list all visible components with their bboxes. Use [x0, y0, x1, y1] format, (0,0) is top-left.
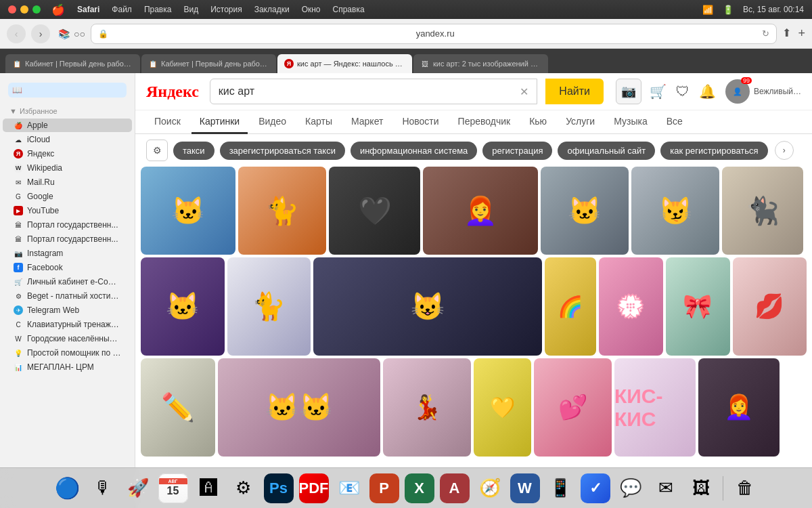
image-item-15[interactable]: ✏️ — [141, 358, 215, 457]
sidebar-item-facebook[interactable]: f Facebook — [3, 261, 132, 274]
image-item-5[interactable]: 🐱 — [541, 167, 629, 255]
tab-4[interactable]: 🖼 кис арт: 2 тыс изображений найдено в Я… — [413, 54, 548, 73]
filter-chip-register-taxi[interactable]: зарегистрироваться такси — [220, 142, 345, 160]
sidebar-item-instagram[interactable]: 📷 Instagram — [3, 247, 132, 260]
filter-settings-button[interactable]: ⚙ — [146, 140, 168, 161]
image-item-18[interactable]: 💛 — [474, 358, 531, 457]
dock-safari[interactable]: 🧭 — [475, 473, 505, 503]
filter-chip-registration[interactable]: регистрация — [482, 142, 552, 160]
shield-icon[interactable]: 🛡 — [676, 84, 690, 100]
filter-chip-official-site[interactable]: официальный сайт — [558, 142, 655, 160]
sidebar-item-telegram[interactable]: ✈ Telegram Web — [3, 303, 132, 317]
reading-list-btn[interactable]: 📖 — [8, 83, 127, 98]
image-item-17[interactable]: 💃 — [383, 358, 471, 457]
nav-tab-music[interactable]: Музыка — [606, 110, 656, 134]
sidebar-item-klaviatura[interactable]: C Клавиатурный тренажёр... — [3, 318, 132, 331]
bookmarks-menu[interactable]: Закладки — [254, 5, 290, 14]
dock-launchpad[interactable]: 🚀 — [123, 473, 153, 503]
image-item-21[interactable]: 👩‍🦰 — [698, 358, 780, 457]
dock-whatsapp[interactable]: 💬 — [616, 473, 646, 503]
image-item-3[interactable]: 🖤 — [329, 167, 420, 255]
sidebar-item-youtube[interactable]: ▶ YouTube — [3, 204, 132, 217]
image-item-9[interactable]: 🐈 — [227, 257, 311, 356]
dock-powerpoint[interactable]: P — [369, 473, 399, 503]
forward-button[interactable]: › — [31, 24, 50, 43]
dock-word[interactable]: W — [510, 473, 540, 503]
dock-settings[interactable]: ⚙ — [229, 473, 258, 503]
sidebar-item-helper[interactable]: 💡 Простой помощник по и... — [3, 346, 132, 360]
image-item-6[interactable]: 😼 — [631, 167, 719, 255]
image-item-2[interactable]: 🐈 — [238, 167, 326, 255]
filter-chip-taxi[interactable]: такси — [173, 142, 215, 160]
image-item-8[interactable]: 🐱 — [141, 257, 225, 356]
new-tab-icon[interactable]: + — [798, 26, 805, 41]
minimize-button[interactable] — [20, 5, 28, 14]
help-menu[interactable]: Справка — [333, 5, 365, 14]
sidebar-item-apple[interactable]: 🍎 Apple — [3, 119, 132, 132]
camera-search-button[interactable]: 📷 — [616, 79, 641, 104]
edit-menu[interactable]: Правка — [144, 5, 172, 14]
sidebar-item-megaplan[interactable]: 📊 МЕГАПЛАН- ЦРМ — [3, 360, 132, 374]
dock-skype[interactable]: 📱 — [545, 473, 575, 503]
share-icon[interactable]: ⬆ — [782, 26, 791, 41]
view-menu[interactable]: Вид — [183, 5, 198, 14]
dock-finder[interactable]: 🔵 — [53, 473, 83, 503]
dock-access[interactable]: A — [440, 473, 470, 503]
dock-photoshop[interactable]: Ps — [264, 473, 294, 503]
file-menu[interactable]: Файл — [112, 5, 132, 14]
address-bar[interactable]: 🔒 yandex.ru ↻ — [91, 24, 777, 44]
nav-tab-video[interactable]: Видео — [250, 110, 294, 134]
filter-chip-info-system[interactable]: информационная система — [351, 142, 477, 160]
sidebar-item-gosuslugi2[interactable]: 🏛 Портал государственн... — [3, 232, 132, 246]
sidebar-item-wikipedia[interactable]: W Wikipedia — [3, 161, 132, 175]
nav-tab-all[interactable]: Все — [658, 110, 691, 134]
nav-tab-translate[interactable]: Переводчик — [450, 110, 519, 134]
image-item-1[interactable]: 🐱 — [141, 167, 235, 255]
dock-trash[interactable]: 🗑 — [730, 473, 760, 503]
back-button[interactable]: ‹ — [7, 24, 26, 43]
dock-acrobat[interactable]: PDF — [299, 473, 329, 503]
image-item-10[interactable]: 😺 — [313, 257, 541, 356]
reload-icon[interactable]: ↻ — [762, 28, 769, 39]
image-item-12[interactable]: 💮 — [599, 257, 663, 356]
nav-tab-services[interactable]: Услуги — [558, 110, 603, 134]
sidebar-item-goroda[interactable]: W Городские населённые п... — [3, 332, 132, 345]
image-item-16[interactable]: 🐱🐱 — [218, 358, 380, 457]
image-item-4[interactable]: 👩‍🦰 — [423, 167, 538, 255]
safari-menu[interactable]: Safari — [77, 5, 99, 14]
search-bar[interactable]: кис арт ✕ — [210, 79, 538, 104]
history-menu[interactable]: История — [210, 5, 242, 14]
dock-appstore[interactable]: 🅰 — [194, 473, 223, 503]
sidebar-item-ecom[interactable]: 🛒 Личный кабинет e-Com... — [3, 275, 132, 289]
dock-excel[interactable]: X — [405, 473, 434, 503]
nav-tab-news[interactable]: Новости — [394, 110, 447, 134]
dock-calendar[interactable]: АВГ 15 — [158, 473, 188, 503]
image-item-19[interactable]: 💕 — [534, 358, 612, 457]
dock-outlook[interactable]: 📧 — [334, 473, 364, 503]
nav-tab-images[interactable]: Картинки — [191, 110, 248, 134]
sidebar-item-icloud[interactable]: ☁ iCloud — [3, 133, 132, 146]
tab-3[interactable]: Я кис арт — Яндекс: нашлось 14 млн резул… — [277, 54, 412, 73]
search-button[interactable]: Найти — [545, 79, 604, 104]
dock-siri[interactable]: 🎙 — [88, 473, 118, 503]
sidebar-item-yandex[interactable]: Я Яндекс — [3, 147, 132, 161]
close-button[interactable] — [8, 5, 16, 14]
image-item-14[interactable]: 💋 — [733, 257, 807, 356]
tab-2[interactable]: 📋 Кабинет | Первый день работы "КИС АРТ"… — [141, 54, 276, 73]
search-clear-button[interactable]: ✕ — [520, 85, 528, 98]
apple-menu[interactable]: 🍎 — [51, 3, 65, 16]
sidebar-item-gosuslugi1[interactable]: 🏛 Портал государственн... — [3, 218, 132, 232]
user-avatar[interactable]: 👤 99 — [725, 79, 750, 104]
sidebar-item-beget[interactable]: ⚙ Beget - платный хостинг... — [3, 289, 132, 303]
nav-tab-kyu[interactable]: Кью — [521, 110, 555, 134]
reading-list-button[interactable]: ○○ — [74, 28, 85, 39]
dock-mail[interactable]: ✉ — [651, 473, 681, 503]
filter-more-button[interactable]: › — [775, 141, 794, 160]
image-item-11[interactable]: 🌈 — [545, 257, 596, 356]
sidebar-item-google[interactable]: G Google — [3, 190, 132, 203]
window-menu[interactable]: Окно — [302, 5, 321, 14]
nav-tab-market[interactable]: Маркет — [343, 110, 391, 134]
bell-icon[interactable]: 🔔 — [699, 83, 716, 100]
sidebar-toggle-button[interactable]: 📚 — [58, 28, 70, 39]
dock-preview[interactable]: 🖼 — [686, 473, 716, 503]
